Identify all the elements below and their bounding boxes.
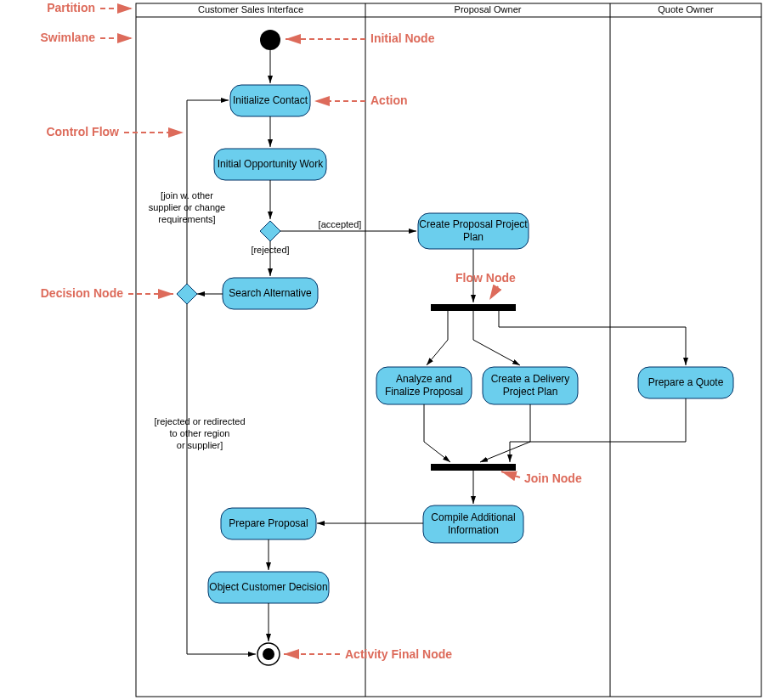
annotation-partition: Partition — [47, 1, 95, 14]
annotation-activity-final: Activity Final Node — [345, 647, 452, 661]
svg-text:Prepare Proposal: Prepare Proposal — [229, 517, 308, 529]
svg-text:Project Plan: Project Plan — [503, 386, 558, 398]
swimlane-header-1: Customer Sales Interface — [198, 4, 303, 14]
flow-fork-1 — [427, 311, 448, 365]
svg-text:Prepare a Quote: Prepare a Quote — [648, 376, 724, 388]
action-compile-additional: Compile Additional Information — [423, 505, 523, 543]
action-analyze-finalize: Analyze and Finalize Proposal — [376, 367, 472, 404]
guard-redirect1: [rejected or redirected — [155, 416, 246, 426]
annotation-swimlane: Swimlane — [40, 31, 95, 44]
annotation-flow-node: Flow Node — [455, 271, 516, 285]
swimlane-header-2: Proposal Owner — [455, 4, 522, 14]
svg-text:Finalize Proposal: Finalize Proposal — [385, 386, 463, 398]
annotation-arrow-flow — [489, 286, 498, 300]
guard-join3: requirements] — [158, 214, 215, 224]
guard-redirect2: to other region — [170, 428, 230, 438]
initial-node — [260, 30, 280, 50]
flow-to-join2 — [480, 404, 530, 462]
guard-redirect3: or supplier] — [177, 440, 223, 450]
action-create-proposal-plan: Create Proposal Project Plan — [418, 213, 529, 249]
flow-to-join1 — [424, 404, 450, 462]
guard-join2: supplier or change — [149, 202, 226, 212]
svg-text:Object Customer Decision: Object Customer Decision — [209, 581, 327, 593]
svg-point-32 — [263, 648, 274, 660]
annotation-join-node: Join Node — [524, 471, 582, 485]
annotation-action: Action — [370, 93, 408, 107]
action-search-alternative: Search Alternative — [223, 278, 318, 309]
annotation-control-flow: Control Flow — [46, 125, 119, 138]
svg-text:Analyze and: Analyze and — [396, 373, 452, 385]
join-node — [431, 464, 516, 471]
action-object-decision: Object Customer Decision — [208, 572, 329, 603]
svg-text:Plan: Plan — [463, 231, 483, 243]
action-create-delivery: Create a Delivery Project Plan — [483, 367, 578, 404]
svg-text:Initial Opportunity Work: Initial Opportunity Work — [218, 158, 324, 170]
svg-text:Compile Additional: Compile Additional — [431, 511, 515, 523]
decision-node-2 — [177, 284, 197, 304]
guard-join1: [join w. other — [161, 190, 213, 200]
svg-text:Search Alternative: Search Alternative — [229, 287, 312, 299]
svg-point-4 — [260, 30, 280, 50]
svg-text:Initialize Contact: Initialize Contact — [233, 94, 308, 106]
decision-node-1 — [260, 221, 280, 241]
action-prepare-quote: Prepare a Quote — [638, 367, 733, 398]
flow-to-join3 — [510, 398, 686, 462]
svg-marker-12 — [177, 284, 197, 304]
annotation-initial-node: Initial Node — [370, 31, 435, 45]
activity-final-node — [257, 643, 280, 665]
svg-text:Create a Delivery: Create a Delivery — [491, 373, 570, 385]
action-prepare-proposal: Prepare Proposal — [221, 508, 316, 539]
annotation-decision-node: Decision Node — [41, 286, 123, 300]
annotation-arrow-join — [501, 471, 520, 477]
action-initialize-contact: Initialize Contact — [230, 85, 310, 116]
flow-fork-2 — [473, 311, 520, 365]
svg-text:Information: Information — [448, 524, 499, 536]
guard-rejected: [rejected] — [251, 245, 289, 255]
flow-fork-3 — [499, 311, 686, 365]
svg-text:Create Proposal Project: Create Proposal Project — [419, 218, 528, 230]
fork-node — [431, 304, 516, 311]
svg-marker-9 — [260, 221, 280, 241]
action-initial-opportunity: Initial Opportunity Work — [214, 149, 326, 180]
guard-accepted: [accepted] — [319, 219, 362, 229]
swimlane-header-3: Quote Owner — [658, 4, 714, 14]
